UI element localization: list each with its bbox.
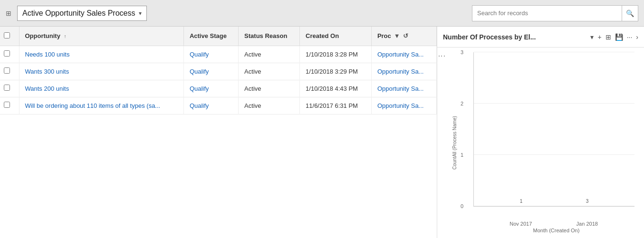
row-opportunity: Wants 300 units [19, 63, 183, 80]
active-stage-link[interactable]: Qualify [190, 85, 209, 92]
main-content: Opportunity ↑ Active Stage Status Reason… [0, 27, 644, 238]
table-row: Needs 100 units Qualify Active 1/10/2018… [0, 46, 437, 63]
y-tick-label: 1 [461, 152, 463, 158]
opportunity-link[interactable]: Wants 300 units [25, 68, 69, 75]
search-button[interactable]: 🔍 [622, 6, 638, 21]
table-row: Will be ordering about 110 items of all … [0, 97, 437, 114]
title-chevron-icon: ▾ [139, 10, 142, 17]
chart-layout-icon[interactable]: ⊞ [606, 33, 611, 41]
table-header-row: Opportunity ↑ Active Stage Status Reason… [0, 27, 437, 46]
row-checkbox-cell [0, 97, 19, 114]
row-checkbox[interactable] [4, 85, 10, 91]
chart-header: Number Of Processes by El... ▾ + ⊞ 💾 ···… [437, 27, 644, 48]
page-title: Active Opportunity Sales Process [22, 9, 135, 18]
opportunity-link[interactable]: Needs 100 units [25, 51, 70, 58]
table-row: Wants 300 units Qualify Active 1/10/2018… [0, 63, 437, 80]
search-container: 🔍 [472, 5, 638, 21]
sort-icon[interactable]: ↑ [64, 34, 67, 39]
dots-icon[interactable]: ⋮ [437, 52, 446, 233]
chart-body: ⋮ CountAll (Process Name) 012313 Nov 201… [437, 48, 644, 238]
chart-title: Number Of Processes by El... [443, 33, 586, 41]
th-opportunity: Opportunity ↑ [19, 27, 183, 46]
row-created-on: 1/10/2018 3:29 PM [300, 63, 372, 80]
row-status-reason: Active [239, 97, 300, 114]
row-process: Opportunity Sa... [371, 63, 436, 80]
chart-area: Number Of Processes by El... ▾ + ⊞ 💾 ···… [437, 27, 644, 238]
y-tick-label: 2 [461, 101, 463, 106]
row-created-on: 11/6/2017 6:31 PM [300, 97, 372, 114]
bars-container: 13 [474, 52, 634, 206]
th-created-on: Created On [300, 27, 372, 46]
row-checkbox[interactable] [4, 102, 10, 108]
row-active-stage: Qualify [183, 46, 238, 63]
select-all-checkbox[interactable] [4, 32, 10, 38]
row-active-stage: Qualify [183, 63, 238, 80]
row-opportunity: Will be ordering about 110 items of all … [19, 97, 183, 114]
chart-add-icon[interactable]: + [597, 33, 601, 41]
th-active-stage: Active Stage [183, 27, 238, 46]
process-link[interactable]: Opportunity Sa... [377, 102, 424, 109]
row-created-on: 1/10/2018 3:28 PM [300, 46, 372, 63]
th-opportunity-label: Opportunity [25, 32, 60, 39]
row-checkbox-cell [0, 46, 19, 63]
search-input[interactable] [472, 8, 622, 19]
table-row: Wants 200 units Qualify Active 1/10/2018… [0, 80, 437, 97]
th-created-on-label: Created On [306, 32, 339, 39]
row-opportunity: Wants 200 units [19, 80, 183, 97]
x-labels: Nov 2017Jan 2018 [473, 221, 634, 227]
row-checkbox[interactable] [4, 50, 10, 57]
th-status-reason-label: Status Reason [244, 32, 287, 39]
active-stage-link[interactable]: Qualify [190, 102, 209, 109]
x-label: Nov 2017 [507, 221, 535, 227]
title-dropdown[interactable]: Active Opportunity Sales Process ▾ [17, 6, 147, 21]
y-tick-label: 3 [461, 49, 463, 55]
row-checkbox[interactable] [4, 67, 10, 74]
row-active-stage: Qualify [183, 97, 238, 114]
table-body: Needs 100 units Qualify Active 1/10/2018… [0, 46, 437, 114]
bar-value-label: 3 [586, 199, 589, 204]
refresh-icon[interactable]: ↺ [403, 32, 408, 39]
row-checkbox-cell [0, 80, 19, 97]
data-table: Opportunity ↑ Active Stage Status Reason… [0, 27, 437, 114]
y-axis-label: CountAll (Process Name) [450, 52, 459, 233]
active-stage-link[interactable]: Qualify [190, 68, 209, 75]
row-status-reason: Active [239, 63, 300, 80]
x-label: Jan 2018 [573, 221, 601, 227]
th-checkbox [0, 27, 19, 46]
nav-icon: ⊞ [6, 10, 11, 17]
chart-more-icon[interactable]: ··· [627, 33, 633, 41]
opportunity-link[interactable]: Wants 200 units [25, 85, 69, 92]
row-process: Opportunity Sa... [371, 97, 436, 114]
th-process: Proc ▼ ↺ [371, 27, 436, 46]
row-status-reason: Active [239, 80, 300, 97]
chart-plot: 012313 [473, 52, 634, 207]
filter-icon[interactable]: ▼ [394, 32, 400, 39]
row-process: Opportunity Sa... [371, 80, 436, 97]
x-axis-label: Month (Created On) [473, 228, 639, 233]
th-active-stage-label: Active Stage [190, 32, 227, 39]
row-checkbox-cell [0, 63, 19, 80]
chart-chevron-icon[interactable]: ▾ [590, 33, 594, 41]
process-link[interactable]: Opportunity Sa... [377, 85, 424, 92]
row-status-reason: Active [239, 46, 300, 63]
th-status-reason: Status Reason [239, 27, 300, 46]
chart-save-icon[interactable]: 💾 [615, 33, 623, 41]
process-link[interactable]: Opportunity Sa... [377, 51, 424, 58]
header-bar: ⊞ Active Opportunity Sales Process ▾ 🔍 [0, 0, 644, 27]
process-link[interactable]: Opportunity Sa... [377, 68, 424, 75]
opportunity-link[interactable]: Will be ordering about 110 items of all … [25, 102, 161, 109]
bar-value-label: 1 [520, 199, 523, 204]
active-stage-link[interactable]: Qualify [190, 51, 209, 58]
row-created-on: 1/10/2018 4:43 PM [300, 80, 372, 97]
y-tick-label: 0 [461, 203, 463, 209]
row-opportunity: Needs 100 units [19, 46, 183, 63]
row-active-stage: Qualify [183, 80, 238, 97]
row-process: Opportunity Sa... [371, 46, 436, 63]
th-process-label: Proc [377, 32, 391, 39]
table-area: Opportunity ↑ Active Stage Status Reason… [0, 27, 437, 238]
chart-expand-icon[interactable]: › [636, 33, 638, 41]
